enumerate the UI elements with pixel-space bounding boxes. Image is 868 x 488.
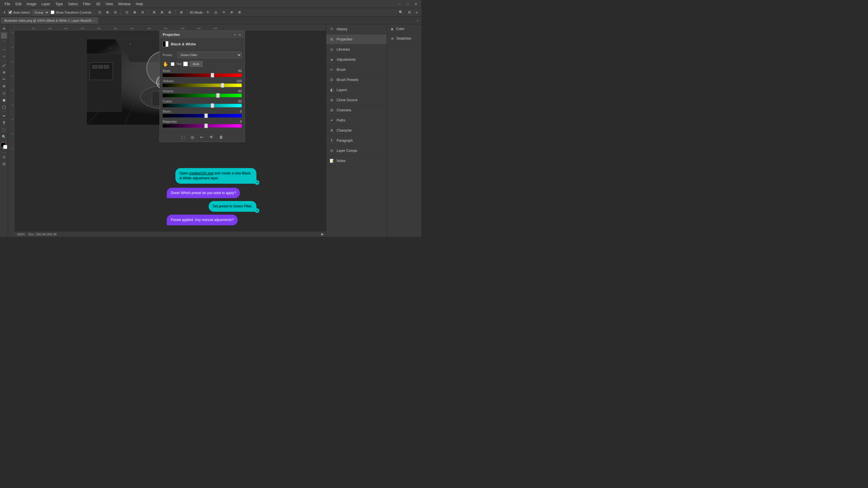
chat-link-1[interactable]: creative101.psd (189, 171, 214, 175)
tool-dropdown[interactable]: ▾ (2, 10, 7, 15)
maximize-btn[interactable]: □ (405, 2, 410, 6)
tab-close-btn[interactable]: × (93, 19, 95, 22)
align-bottom-btn[interactable]: ⊟ (139, 9, 146, 15)
align-top-btn[interactable]: ⊡ (124, 9, 130, 15)
slider-yellows-track[interactable] (163, 84, 242, 87)
quick-mask-tool[interactable]: ⊙ (1, 154, 7, 160)
clone-tool[interactable]: ⊕ (1, 83, 7, 89)
3d-pan-btn[interactable]: ✛ (221, 9, 227, 15)
text-tool[interactable]: T (1, 120, 7, 126)
panel-item-brush[interactable]: ✏ Brush (326, 65, 387, 75)
panel-item-properties[interactable]: ⊞ Properties (326, 34, 387, 44)
workspace-btn[interactable]: ⊟ (406, 9, 413, 15)
gradient-tool[interactable]: ◼ (1, 97, 7, 103)
dist-3d-btn[interactable]: ⊞ (166, 9, 173, 15)
eraser-tool[interactable]: ◻ (1, 90, 7, 96)
panel-item-history[interactable]: ⏱ History (326, 24, 387, 34)
zoom-tool[interactable]: 🔍 (1, 134, 7, 140)
status-arrow[interactable]: ▶ (321, 232, 323, 236)
minimize-btn[interactable]: ─ (397, 2, 403, 6)
panel-expand-btn[interactable]: » (233, 33, 237, 37)
slider-magentas-track[interactable] (163, 124, 242, 128)
slider-greens-thumb[interactable] (216, 93, 220, 98)
wand-tool[interactable]: ⋯ (1, 46, 7, 53)
menu-select[interactable]: Select (66, 1, 80, 7)
panel-item-character[interactable]: A Character (326, 126, 387, 136)
far-right-color[interactable]: ◉ Color (387, 24, 422, 34)
slider-cyans-track[interactable] (163, 104, 242, 107)
panel-item-brush-presets[interactable]: ⊟ Brush Presets (326, 75, 387, 85)
panel-menu-btn[interactable]: ≡ (238, 33, 242, 37)
align-right-btn[interactable]: ⊟ (112, 9, 119, 15)
align-left-btn[interactable]: ⊡ (96, 9, 103, 15)
slider-yellows-thumb[interactable] (221, 83, 224, 88)
pen-tool[interactable]: ✒ (1, 113, 7, 119)
menu-view[interactable]: View (103, 1, 116, 7)
dist-v-btn[interactable]: ⊞ (159, 9, 165, 15)
tint-swatch[interactable] (183, 62, 188, 66)
panel-item-layer-comps[interactable]: ⊟ Layer Comps (326, 146, 387, 156)
panel-item-paragraph[interactable]: ¶ Paragraph (326, 136, 387, 146)
preset-select[interactable]: Green Filter Default High Contrast Blue … (178, 52, 242, 58)
3d-orbit-btn[interactable]: ◎ (212, 9, 219, 15)
3d-scale-btn[interactable]: ⊞ (236, 9, 243, 15)
slider-blues-track[interactable] (163, 114, 242, 118)
panel-item-clone-source[interactable]: ⊕ Clone Source (326, 95, 387, 105)
menu-edit[interactable]: Edit (13, 1, 24, 7)
arrange-btn[interactable]: ⊞ (178, 9, 185, 15)
panel-item-adjustments[interactable]: ◈ Adjustments (326, 55, 387, 65)
panel-reset-btn[interactable]: ↩ (198, 134, 205, 140)
panel-collapse-btn[interactable]: « (415, 18, 420, 23)
auto-select-checkbox[interactable] (8, 10, 12, 14)
menu-file[interactable]: File (2, 1, 12, 7)
panel-clip-btn[interactable]: ⬚ (180, 134, 187, 140)
close-btn[interactable]: ✕ (413, 2, 419, 6)
arrange-docs-btn[interactable]: ≡ (414, 9, 420, 15)
search-btn[interactable]: 🔍 (397, 9, 405, 15)
move-tool[interactable]: ✛ (1, 26, 7, 32)
menu-image[interactable]: Image (24, 1, 38, 7)
dist-h-btn[interactable]: ⊞ (151, 9, 157, 15)
spot-heal-tool[interactable]: ⊗ (1, 69, 7, 75)
menu-help[interactable]: Help (133, 1, 145, 7)
background-color[interactable] (3, 145, 7, 149)
align-center-v-btn[interactable]: ⊠ (131, 9, 138, 15)
panel-item-layers[interactable]: ◧ Layers (326, 85, 387, 95)
menu-filter[interactable]: Filter (81, 1, 93, 7)
slider-reds-track[interactable] (163, 73, 242, 77)
panel-view-btn[interactable]: 👁 (208, 134, 215, 140)
panel-eye-btn[interactable]: ◎ (189, 134, 196, 140)
auto-button[interactable]: Auto (190, 61, 203, 67)
shape-tool[interactable]: ⬛ (1, 127, 7, 133)
dodge-tool[interactable]: ◯ (1, 104, 7, 110)
panel-item-channels[interactable]: ⊞ Channels (326, 105, 387, 116)
panel-delete-btn[interactable]: 🗑 (217, 134, 225, 140)
align-center-h-btn[interactable]: ⊠ (104, 9, 111, 15)
menu-type[interactable]: Type (53, 1, 65, 7)
active-tab[interactable]: Illustrator video.png @ 100% (Black & Wh… (1, 18, 98, 24)
menu-window[interactable]: Window (116, 1, 133, 7)
brush-tool[interactable]: ✏ (1, 76, 7, 83)
marquee-tool[interactable]: ⬚ (1, 32, 7, 39)
3d-slide-btn[interactable]: ⊕ (228, 9, 235, 15)
panel-item-paths[interactable]: ✦ Paths (326, 116, 387, 126)
lasso-tool[interactable]: ⌒ (1, 39, 7, 46)
crop-tool[interactable]: ⊹ (1, 53, 7, 60)
menu-layer[interactable]: Layer (39, 1, 52, 7)
panel-item-libraries[interactable]: ◎ Libraries (326, 44, 387, 55)
slider-magentas-thumb[interactable] (204, 124, 208, 128)
panel-item-notes[interactable]: 📝 Notes (326, 156, 387, 166)
tint-checkbox[interactable] (171, 62, 175, 66)
auto-select-dropdown[interactable]: Group Layer (32, 9, 50, 15)
3d-rotate-btn[interactable]: ↻ (205, 9, 211, 15)
hand-tool-icon[interactable]: ✋ (163, 61, 168, 67)
far-right-swatches[interactable]: ⊞ Swatches (387, 34, 422, 43)
slider-greens-track[interactable] (163, 94, 242, 97)
slider-blues-thumb[interactable] (204, 113, 208, 118)
transform-checkbox[interactable] (51, 10, 54, 14)
menu-3d[interactable]: 3D (93, 1, 102, 7)
slider-cyans-thumb[interactable] (211, 103, 214, 108)
screen-mode-tool[interactable]: ⊟ (1, 161, 7, 167)
eyedropper-tool[interactable]: 🖊 (1, 62, 7, 69)
slider-reds-thumb[interactable] (211, 73, 214, 77)
